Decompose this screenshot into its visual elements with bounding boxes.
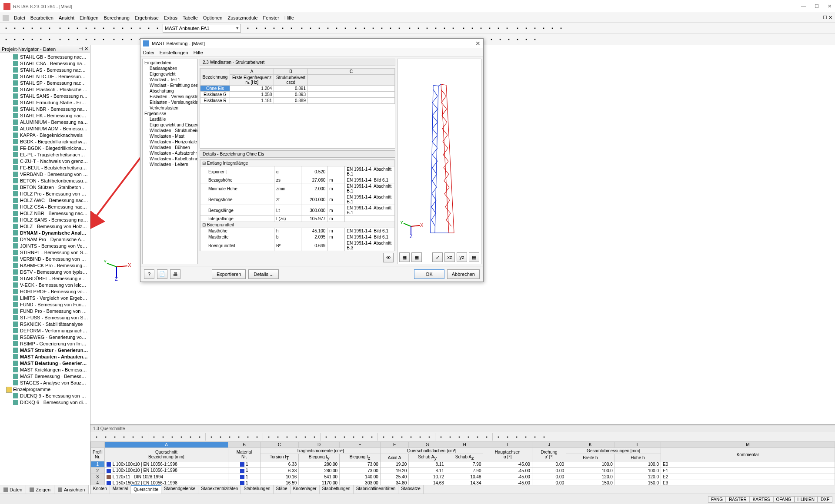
tb2-12[interactable]: ▪ <box>110 35 118 44</box>
nav-item-29[interactable]: JOINTS - Bemessung von Verbind <box>0 243 90 249</box>
nav-item-31[interactable]: VERBIND - Bemessung von Querk <box>0 256 90 262</box>
tb1-7[interactable]: ▪ <box>64 24 73 33</box>
dlg-tree-in-6[interactable]: Eislasten - Vereisungsklasse R <box>144 99 197 105</box>
bptb-8[interactable]: ▪ <box>168 432 177 441</box>
nav-item-24[interactable]: HOLZ NBR - Bemessung nach NBR <box>0 210 90 217</box>
table-tab-4[interactable]: Stabexzentrizitäten <box>198 485 241 494</box>
tb1-13[interactable]: ▪ <box>118 24 127 33</box>
dlg-tree-out-6[interactable]: Windlasten - Aufsatzrohr <box>144 150 197 156</box>
bptb-31[interactable]: ▪ <box>388 432 397 441</box>
bptb-6[interactable]: ▪ <box>150 432 158 441</box>
nav-item-33[interactable]: DSTV - Bemessung von typisierter <box>0 269 90 275</box>
bptb-16[interactable]: ▪ <box>244 432 252 441</box>
close-button[interactable]: ✕ <box>828 3 832 9</box>
tb2-9[interactable]: ▪ <box>82 35 90 44</box>
menu-fenster[interactable]: Fenster <box>261 14 282 21</box>
tb1b-15[interactable]: ▪ <box>377 24 386 33</box>
nav-item-47[interactable]: MAST Belastung - Generierung c <box>0 360 90 367</box>
structure-factor-grid[interactable]: BezeichnungABCErste Eigenfrequenzn₁ [Hz]… <box>200 68 395 149</box>
bptb-2[interactable]: ▪ <box>110 432 119 441</box>
status-raster[interactable]: RASTER <box>726 496 750 503</box>
tb1-12[interactable]: ▪ <box>110 24 118 33</box>
table-tab-10[interactable]: Stabsätze <box>398 485 423 494</box>
tb1b-7[interactable]: ▪ <box>306 24 315 33</box>
tb1b-22[interactable]: ▪ <box>440 24 449 33</box>
tb1b-5[interactable]: ▪ <box>287 24 296 33</box>
tb1b-4[interactable]: ▪ <box>278 24 287 33</box>
table-tab-0[interactable]: Knoten <box>90 485 110 494</box>
bptb-24[interactable]: ▪ <box>322 432 331 441</box>
table-tab-7[interactable]: Knotenlager <box>291 485 320 494</box>
bptb-28[interactable]: ▪ <box>358 432 367 441</box>
tb1b-17[interactable]: ▪ <box>395 24 404 33</box>
nav-item-2[interactable]: STAHL AS - Bemessung nach AS <box>0 67 90 73</box>
tb2-0[interactable]: ▪ <box>2 35 10 44</box>
nav-item-6[interactable]: STAHL SANS - Bemessung nach S <box>0 93 90 99</box>
bptb-30[interactable]: ▪ <box>379 432 388 441</box>
tb2-59[interactable]: ▪ <box>531 35 539 44</box>
bptb-29[interactable]: ▪ <box>367 432 376 441</box>
tb1b-0[interactable]: ▪ <box>244 24 252 33</box>
bptb-27[interactable]: ▪ <box>349 432 358 441</box>
export-button[interactable]: Exportieren <box>212 269 246 279</box>
sections-table-wrap[interactable]: ABCDEFGHIJKLMProfilNr.QuerschnittBezeich… <box>90 441 835 485</box>
bptb-34[interactable]: ▪ <box>416 432 424 441</box>
tb1b-26[interactable]: ▪ <box>477 24 485 33</box>
render-btn-3[interactable]: ⤢ <box>432 252 443 262</box>
nav-item-32[interactable]: RAHMECK Pro - Bemessung von g <box>0 262 90 269</box>
table-tab-6[interactable]: Stäbe <box>274 485 291 494</box>
tb1b-2[interactable]: ▪ <box>261 24 270 33</box>
tb1b-19[interactable]: ▪ <box>414 24 423 33</box>
tb1-11[interactable]: ▪ <box>99 24 108 33</box>
tb1b-34[interactable]: ▪ <box>548 24 557 33</box>
tb1-17[interactable]: ▪ <box>153 24 162 33</box>
bptb-15[interactable]: ▪ <box>234 432 243 441</box>
menu-bearbeiten[interactable]: Bearbeiten <box>28 14 56 21</box>
nav-item-38[interactable]: FUND - Bemessung von Fundame <box>0 302 90 308</box>
bptb-41[interactable]: ▪ <box>482 432 491 441</box>
view-eye-button[interactable]: 👁 <box>383 253 394 262</box>
dlg-tree-out-3[interactable]: Windlasten - Mast <box>144 133 197 139</box>
details-button[interactable]: Details ... <box>248 269 279 279</box>
nav-item-48[interactable]: MAST Knicklängen - Bemessung <box>0 367 90 373</box>
nav-item-44[interactable]: RSIMP - Generierung von Imperf <box>0 341 90 347</box>
nav-item-50[interactable]: STAGES - Analyse von Bauzuständ <box>0 380 90 386</box>
bptb-20[interactable]: ▪ <box>283 432 291 441</box>
nav-item-1[interactable]: STAHL CSA - Bemessung nach CS <box>0 60 90 67</box>
tb1b-20[interactable]: ▪ <box>423 24 431 33</box>
bptb-26[interactable]: ▪ <box>340 432 349 441</box>
render-btn-6[interactable]: ▦ <box>469 252 479 262</box>
bptb-14[interactable]: ▪ <box>225 432 234 441</box>
bptb-40[interactable]: ▪ <box>473 432 482 441</box>
nav-item-9[interactable]: STAHL HK - Bemessung nach HK <box>0 113 90 119</box>
nav-item-16[interactable]: C-ZU-T - Nachweis von grenz c/t <box>0 158 90 165</box>
tb2-5[interactable]: ▪ <box>45 35 54 44</box>
bptb-3[interactable]: ▪ <box>120 432 128 441</box>
nav-tab-daten[interactable]: Daten <box>0 485 26 494</box>
section-row-1[interactable]: 1L 100x100x10 | EN 10056-1:1998 16.33280… <box>91 461 835 468</box>
dlg-tree-out-1[interactable]: Eigengewicht und Eisgewicht <box>144 122 197 128</box>
tb1b-9[interactable]: ▪ <box>324 24 332 33</box>
print-button[interactable]: 🖶 <box>170 269 180 279</box>
tb1-0[interactable]: ▪ <box>2 24 10 33</box>
menu-ergebnisse[interactable]: Ergebnisse <box>132 14 161 21</box>
render-btn-2[interactable]: ▦ <box>411 252 422 262</box>
bptb-25[interactable]: ▪ <box>331 432 340 441</box>
dlg-tree-in-2[interactable]: Windlast - Teil 1 <box>144 77 197 83</box>
status-hlinien[interactable]: HLINIEN <box>795 496 818 503</box>
nav-item-39[interactable]: FUND Pro - Bemessung von Fund <box>0 308 90 315</box>
nav-item-34[interactable]: STABDÜBEL - Bemessung von Stal <box>0 275 90 282</box>
tb1b-25[interactable]: ▪ <box>468 24 477 33</box>
dlg-tree-in-4[interactable]: Abschattung <box>144 88 197 94</box>
status-kartes[interactable]: KARTES <box>750 496 773 503</box>
nav-item-22[interactable]: HOLZ AWC - Bemessung nach AW <box>0 197 90 204</box>
nav-item-23[interactable]: HOLZ CSA - Bemessung nach CSA <box>0 204 90 210</box>
table-tab-9[interactable]: Stabnichtlinearitäten <box>354 485 399 494</box>
nav-item-49[interactable]: MAST Bemessung - Bemessung v <box>0 373 90 380</box>
nav-item-7[interactable]: STAHL Ermüdung Stäbe - Ermüdu <box>0 99 90 106</box>
tb2-8[interactable]: ▪ <box>73 35 82 44</box>
dlg-tree-out-0[interactable]: Lastfälle <box>144 116 197 122</box>
nav-item-42[interactable]: DEFORM - Verformungsnachweis <box>0 328 90 334</box>
tb1b-32[interactable]: ▪ <box>531 24 539 33</box>
nav-item-14[interactable]: FE-BGDK - Biegedrillknicknachwei <box>0 145 90 152</box>
